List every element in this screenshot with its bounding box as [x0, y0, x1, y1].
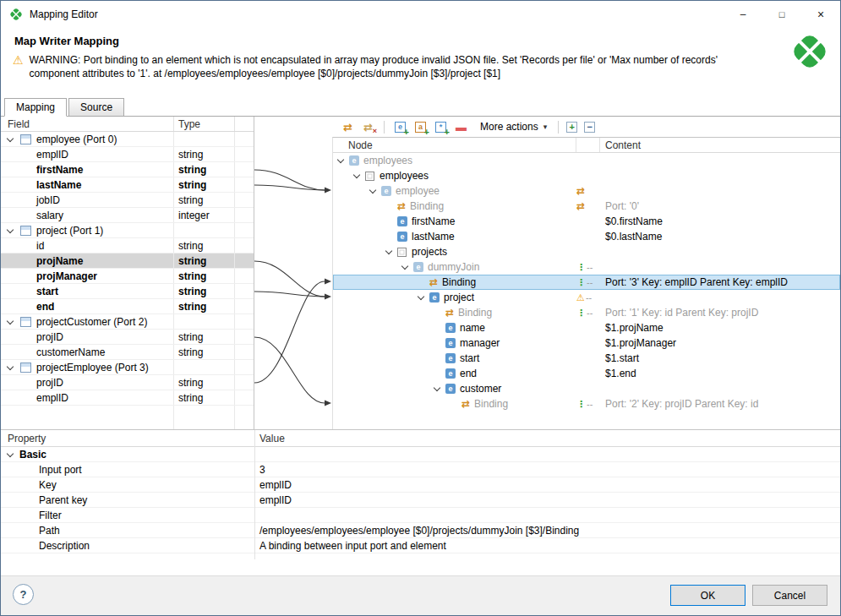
property-value: emplID [254, 494, 840, 506]
node-content: Port: '0' [600, 200, 840, 212]
field-row[interactable]: emplIDstring [1, 390, 254, 406]
titlebar[interactable]: Mapping Editor – □ × [1, 1, 840, 28]
node-row[interactable]: projects [333, 244, 840, 259]
chevron-down-icon[interactable] [337, 156, 344, 163]
binding-badge-icon: ⇄ [576, 200, 585, 212]
field-row[interactable]: endstring [1, 299, 254, 314]
node-row[interactable]: elastName$0.lastName [333, 229, 840, 244]
node-row[interactable]: edummyJoin⋮-- [333, 259, 840, 275]
field-row[interactable]: startstring [1, 284, 254, 299]
node-row[interactable]: eemployees [333, 153, 840, 168]
record-icon [20, 134, 31, 144]
add-child-element-icon[interactable]: e+ [391, 118, 409, 135]
column-header-property: Property [1, 433, 254, 444]
minimize-button[interactable]: – [724, 1, 762, 28]
chevron-down-icon[interactable] [7, 450, 14, 456]
connector-arrow-icon [325, 401, 331, 406]
node-content: $1.projManager [600, 337, 840, 349]
add-attribute-icon[interactable]: a+ [412, 118, 429, 135]
property-panel: Property Value BasicInput port3KeyemplID… [1, 429, 840, 559]
remove-icon[interactable]: ▬ [452, 118, 470, 135]
add-wildcard-element-icon[interactable]: *+ [432, 118, 450, 135]
clear-mapping-icon[interactable]: ⇄× [359, 118, 377, 135]
node-row[interactable]: eproject⚠-- [333, 290, 840, 305]
field-row[interactable]: project (Port 1) [1, 223, 254, 238]
field-row[interactable]: projectCustomer (Port 2) [1, 314, 254, 330]
warning-icon: ⚠ [576, 292, 585, 303]
close-button[interactable]: × [801, 1, 840, 28]
maximize-button[interactable]: □ [762, 1, 801, 28]
field-row[interactable]: lastNamestring [1, 177, 254, 193]
chevron-down-icon[interactable] [434, 384, 440, 391]
chevron-down-icon[interactable] [418, 293, 424, 300]
node-content: $0.firstName [600, 215, 840, 227]
map-by-name-icon[interactable]: ⇄ [339, 118, 357, 135]
cancel-button[interactable]: Cancel [752, 585, 827, 606]
chevron-down-icon[interactable] [369, 187, 376, 194]
chevron-down-icon[interactable] [7, 226, 14, 232]
node-row[interactable]: employees [333, 168, 840, 183]
field-row[interactable]: salaryinteger [1, 208, 254, 223]
field-label: projectEmployee (Port 3) [36, 362, 149, 373]
field-row[interactable]: projNamestring [1, 253, 254, 269]
field-type: string [174, 284, 235, 298]
field-row[interactable]: projIDstring [1, 330, 254, 345]
node-row[interactable]: emanager$1.projManager [333, 335, 840, 351]
property-label: Path [39, 525, 60, 537]
node-row[interactable]: eend$1.end [333, 366, 840, 381]
mapping-connector[interactable] [254, 261, 325, 297]
field-row[interactable]: projManagerstring [1, 269, 254, 284]
node-row[interactable]: ename$1.projName [333, 320, 840, 335]
node-row[interactable]: estart$1.start [333, 351, 840, 366]
app-icon [9, 8, 23, 21]
property-row[interactable]: Path/employees/employees/employee [$0]/p… [1, 523, 840, 538]
property-row[interactable]: Basic [1, 447, 840, 462]
field-row[interactable]: emplIDstring [1, 147, 254, 162]
chevron-down-icon[interactable] [7, 363, 14, 369]
field-label: id [36, 240, 44, 252]
property-row[interactable]: Filter [1, 508, 840, 523]
chevron-down-icon[interactable] [7, 317, 14, 324]
mapping-connector[interactable] [254, 292, 325, 297]
node-row[interactable]: ⇄Binding⇄Port: '0' [333, 199, 840, 214]
tab-mapping[interactable]: Mapping [4, 98, 67, 117]
chevron-down-icon[interactable] [385, 248, 392, 254]
chevron-down-icon[interactable] [7, 134, 14, 141]
chevron-down-icon[interactable] [353, 172, 360, 178]
mapping-connector[interactable] [254, 337, 325, 403]
collapse-all-icon[interactable]: − [581, 118, 598, 135]
warning-text: WARNING: Port binding to an element whic… [30, 53, 767, 80]
help-button[interactable]: ? [13, 584, 34, 605]
mapping-connector[interactable] [254, 185, 325, 190]
tab-source[interactable]: Source [68, 98, 124, 116]
property-row[interactable]: Input port3 [1, 462, 840, 477]
more-actions-button[interactable]: More actions ▾ [473, 119, 554, 134]
property-row[interactable]: KeyemplID [1, 477, 840, 493]
field-row[interactable]: projectEmployee (Port 3) [1, 360, 254, 375]
field-label: end [36, 301, 54, 313]
node-row[interactable]: ⇄Binding⋮--Port: '1' Key: id Parent Key:… [333, 305, 840, 320]
node-row[interactable]: efirstName$0.firstName [333, 214, 840, 229]
node-row[interactable]: ⇄Binding⋮--Port: '2' Key: projID Parent … [333, 396, 840, 412]
field-row[interactable]: customerNamestring [1, 345, 254, 360]
element-icon: e [445, 338, 456, 348]
property-value: /employees/employees/employee [$0]/proje… [254, 525, 840, 537]
join-ports-icon: ⋮ [576, 277, 586, 288]
array-icon [397, 248, 407, 257]
field-row[interactable]: jobIDstring [1, 193, 254, 208]
field-row[interactable]: idstring [1, 238, 254, 253]
expand-all-icon[interactable]: + [563, 118, 581, 135]
chevron-down-icon[interactable] [401, 263, 408, 270]
connector-arrow-icon [325, 294, 331, 300]
binding-badge-icon: ⇄ [576, 185, 585, 197]
ok-button[interactable]: OK [670, 585, 745, 606]
node-row[interactable]: ecustomer [333, 381, 840, 396]
node-row[interactable]: eemployee⇄ [333, 183, 840, 199]
node-row[interactable]: ⇄Binding⋮--Port: '3' Key: emplID Parent … [333, 275, 840, 290]
property-row[interactable]: DescriptionA binding between input port … [1, 538, 840, 553]
field-row[interactable]: projIDstring [1, 375, 254, 390]
node-label: Binding [442, 276, 476, 288]
field-row[interactable]: firstNamestring [1, 162, 254, 177]
field-row[interactable]: employee (Port 0) [1, 132, 254, 147]
property-row[interactable]: Parent keyemplID [1, 493, 840, 508]
